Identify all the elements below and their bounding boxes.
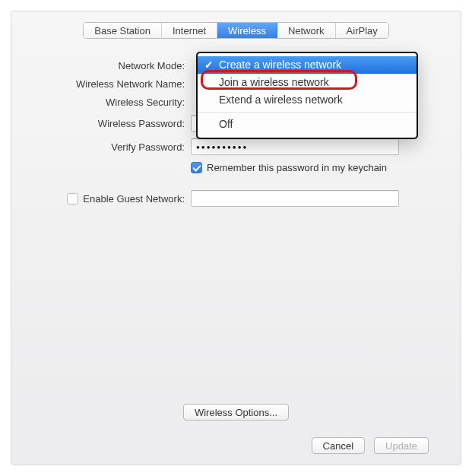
menu-item-join-network[interactable]: Join a wireless network <box>198 74 417 91</box>
cancel-button[interactable]: Cancel <box>312 437 365 454</box>
settings-panel: Base Station Internet Wireless Network A… <box>11 11 461 465</box>
wireless-network-name-label: Wireless Network Name: <box>34 78 191 90</box>
remember-password-checkbox[interactable] <box>191 162 202 173</box>
tab-segment: Base Station Internet Wireless Network A… <box>83 22 389 39</box>
verify-password-label: Verify Password: <box>34 141 191 153</box>
tab-network[interactable]: Network <box>277 23 336 38</box>
wireless-options-button[interactable]: Wireless Options... <box>183 404 289 420</box>
network-mode-label: Network Mode: <box>34 60 191 71</box>
guest-network-name-input[interactable] <box>191 190 399 207</box>
network-mode-menu: Create a wireless network Join a wireles… <box>197 52 417 138</box>
enable-guest-network-checkbox[interactable] <box>67 193 78 205</box>
menu-item-off[interactable]: Off <box>198 116 417 133</box>
menu-separator <box>198 112 417 113</box>
tab-wireless[interactable]: Wireless <box>217 23 277 38</box>
remember-password-label: Remember this password in my keychain <box>207 162 387 173</box>
wireless-security-label: Wireless Security: <box>34 97 191 108</box>
tab-base-station[interactable]: Base Station <box>84 23 162 38</box>
tab-bar: Base Station Internet Wireless Network A… <box>11 11 461 39</box>
tab-airplay[interactable]: AirPlay <box>336 23 388 38</box>
menu-item-create-network[interactable]: Create a wireless network <box>198 56 417 74</box>
wireless-password-label: Wireless Password: <box>34 118 191 129</box>
update-button[interactable]: Update <box>374 437 429 454</box>
menu-item-extend-network[interactable]: Extend a wireless network <box>198 91 417 109</box>
verify-password-input[interactable] <box>191 138 399 155</box>
tab-internet[interactable]: Internet <box>162 23 217 38</box>
enable-guest-network-label: Enable Guest Network: <box>83 193 185 205</box>
